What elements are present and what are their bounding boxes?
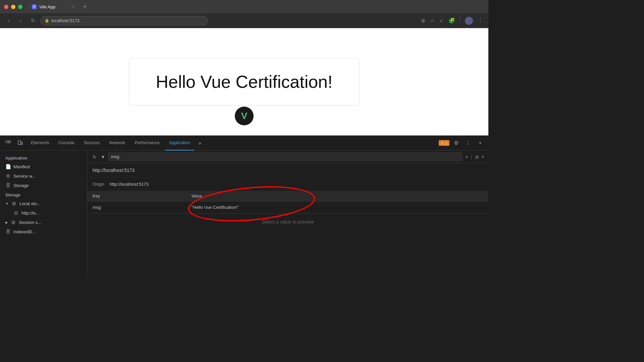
warning-icon: ⚠ (441, 141, 444, 145)
devtools-tab-network[interactable]: Network (105, 136, 129, 150)
sidebar-item-local-storage-expand[interactable]: ▼ ⊞ Local sto... (0, 199, 87, 208)
vue-logo: V (235, 107, 254, 125)
devtools-settings-button[interactable]: ⚙ (451, 138, 462, 148)
app-content-box: Hello Vue Certification! (129, 58, 360, 106)
url-bar[interactable]: 🔒 localhost:5173 (40, 16, 208, 25)
devtools-tab-sources[interactable]: Sources (80, 136, 104, 150)
devtools-body: Application 📄 Manifest ⚙ Service w... 🗄 … (0, 150, 488, 274)
devtools-sidebar: Application 📄 Manifest ⚙ Service w... 🗄 … (0, 150, 87, 274)
devtools-more-tabs-button[interactable]: » (196, 137, 204, 149)
storage-table-container: Key Value msg "Hello Vue Certification!" (87, 191, 488, 214)
svg-rect-0 (6, 141, 8, 143)
traffic-lights (4, 5, 22, 9)
svg-rect-3 (21, 142, 22, 144)
browser-chrome: V Vite App × + ‹ › ↻ 🔒 localhost:5173 ⊕ … (0, 0, 488, 28)
browser-main-content: Hello Vue Certification! V (0, 28, 488, 135)
sidebar-item-manifest[interactable]: 📄 Manifest (0, 162, 87, 171)
tab-title: Vite App (39, 4, 55, 9)
vue-logo-v: V (241, 111, 248, 121)
browser-tab-active[interactable]: V Vite App × (26, 2, 80, 12)
sidebar-storage-top-label: Storage (13, 183, 29, 188)
url-text: localhost:5173 (51, 18, 79, 23)
storage-table: Key Value msg "Hello Vue Certification!" (87, 191, 488, 214)
warning-count: 1 (445, 141, 447, 145)
avatar-button[interactable] (464, 15, 474, 26)
forward-button[interactable]: › (16, 16, 25, 25)
devtools-more-button[interactable]: ⋮ (463, 138, 474, 148)
svg-rect-1 (8, 141, 10, 143)
svg-rect-2 (18, 141, 21, 144)
devtools-tab-application[interactable]: Application (165, 136, 195, 150)
filter-clear-button[interactable]: × (465, 154, 468, 160)
more-menu-button[interactable]: ⋮ (476, 15, 484, 26)
devtools-panel: Elements Console Sources Network Perform… (0, 135, 488, 274)
local-storage-icon: ⊞ (11, 201, 17, 206)
storage-table-row[interactable]: msg "Hello Vue Certification!" (87, 201, 488, 214)
devtools-right-actions: ⚠ 1 ⚙ ⋮ × (439, 138, 486, 148)
select-preview-text: Select a value to preview (87, 214, 488, 230)
sidebar-item-service-worker[interactable]: ⚙ Service w... (0, 171, 87, 181)
devtools-tab-elements[interactable]: Elements (27, 136, 53, 150)
filter-reload-button[interactable]: ↻ (91, 153, 98, 161)
main-heading: Hello Vue Certification! (156, 72, 333, 92)
sidebar-local-storage-label: Local sto... (19, 201, 41, 206)
bookmark-button[interactable]: ☆ (429, 15, 436, 26)
key-column-header: Key (87, 191, 186, 201)
sidebar-service-worker-label: Service w... (13, 174, 36, 179)
filter-input[interactable] (108, 153, 463, 161)
address-bar: ‹ › ↻ 🔒 localhost:5173 ⊕ ☆ ✓ 🧩 ⋮ (0, 13, 488, 28)
close-traffic-light[interactable] (4, 5, 8, 9)
storage-url-row: http://localhost:5173 (87, 163, 488, 178)
back-button[interactable]: ‹ (4, 16, 13, 25)
filter-block-button[interactable]: ⊘ (475, 154, 479, 160)
session-storage-icon: ⊞ (11, 220, 16, 225)
reload-button[interactable]: ↻ (28, 16, 38, 25)
minimize-traffic-light[interactable] (11, 5, 15, 9)
maximize-traffic-light[interactable] (18, 5, 22, 9)
storage-key-cell: msg (87, 201, 186, 214)
origin-label: Origin (93, 182, 104, 187)
new-tab-button[interactable]: + (80, 2, 90, 12)
expand-icon: ▼ (5, 202, 9, 205)
storage-url-text: http://localhost:5173 (93, 168, 135, 173)
local-storage-url-icon: ⊟ (13, 210, 19, 216)
devtools-inspect-button[interactable] (3, 138, 13, 148)
devtools-main-panel: ↻ ▼ × | ⊘ × http://localhost:5173 Origin… (87, 150, 488, 274)
filter-icon: ▼ (101, 154, 105, 160)
tab-favicon: V (32, 4, 37, 9)
indexeddb-icon: 🗄 (5, 229, 11, 234)
sidebar-app-section-title: Application (0, 153, 87, 162)
sidebar-item-session-storage[interactable]: ▶ ⊞ Session s... (0, 218, 87, 227)
devtools-tab-console[interactable]: Console (54, 136, 78, 150)
devtools-device-button[interactable] (15, 138, 25, 148)
sidebar-local-storage-url: http://lo... (21, 210, 39, 216)
filter-separator: | (471, 154, 472, 160)
sidebar-item-storage-top[interactable]: 🗄 Storage (0, 181, 87, 190)
sidebar-item-local-storage-url[interactable]: ⊟ http://lo... (8, 208, 87, 218)
tab-close-button[interactable]: × (72, 4, 75, 9)
zoom-button[interactable]: ⊕ (420, 15, 427, 26)
browser-actions: ⊕ ☆ ✓ 🧩 ⋮ (420, 15, 484, 26)
sidebar-storage-section-title: Storage (0, 190, 87, 199)
storage-value-cell: "Hello Vue Certification!" (186, 201, 488, 214)
tab-list-button[interactable] (90, 5, 95, 8)
url-lock-icon: 🔒 (45, 18, 49, 23)
sidebar-manifest-label: Manifest (13, 164, 30, 169)
origin-value: http://localhost:5173 (110, 182, 149, 187)
extension-check-button[interactable]: ✓ (438, 15, 445, 26)
devtools-tab-performance[interactable]: Performance (130, 136, 163, 150)
sidebar-indexeddb-label: IndexedD... (13, 229, 36, 234)
storage-top-icon: 🗄 (5, 183, 11, 188)
devtools-close-button[interactable]: × (475, 138, 486, 148)
extension-button[interactable]: 🧩 (447, 15, 457, 26)
sidebar-session-storage-label: Session s... (19, 220, 41, 225)
value-column-header: Value (186, 191, 488, 201)
warning-badge: ⚠ 1 (439, 140, 449, 146)
filter-close-button[interactable]: × (482, 154, 484, 160)
sidebar-item-indexeddb[interactable]: 🗄 IndexedD... (0, 227, 87, 236)
filter-bar: ↻ ▼ × | ⊘ × (87, 150, 488, 163)
tab-bar: V Vite App × + (26, 2, 95, 12)
service-worker-icon: ⚙ (5, 173, 11, 179)
title-bar: V Vite App × + (0, 0, 488, 13)
storage-origin-row: Origin http://localhost:5173 (87, 178, 488, 191)
